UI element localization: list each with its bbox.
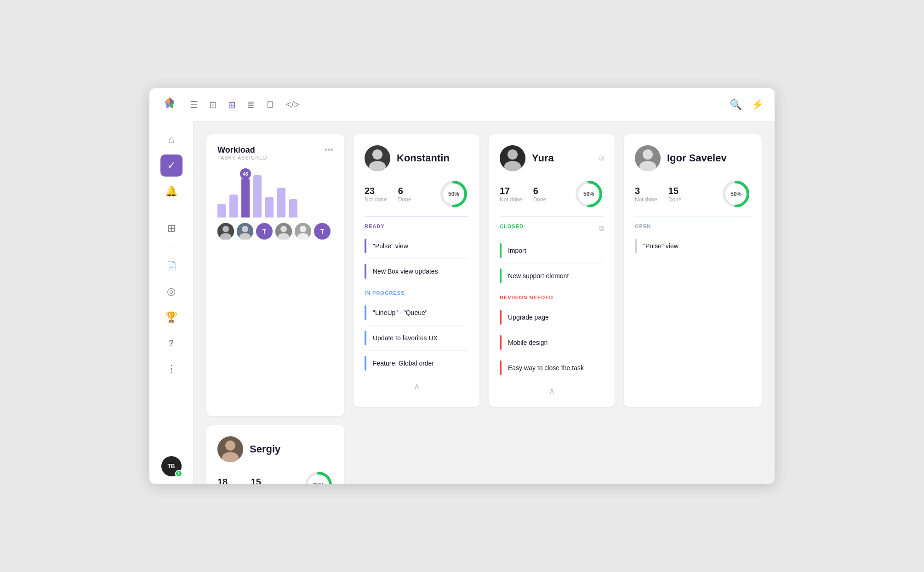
sidebar: ⌂ ✓ 🔔 ⊞ 📄 ◎ 🏆 ? ⋮ TB 2: [149, 121, 194, 484]
konstantin-progress-label: 50%: [448, 191, 459, 197]
app-logo: [160, 96, 179, 114]
workload-av-5: [295, 223, 311, 240]
yura-progress-label: 50%: [583, 191, 594, 197]
yura-closed-tasks: Import New support element: [500, 238, 604, 288]
task-label: "Pulse" view: [643, 242, 679, 250]
bar-badge-43: 43: [240, 168, 251, 179]
yura-collapse-btn[interactable]: ∧: [500, 386, 604, 396]
main-content: Workload TASKS ASSIGNED •••: [194, 121, 775, 484]
konstantin-in-progress-tag: IN PROGRESS: [365, 290, 468, 296]
search-icon[interactable]: 🔍: [730, 99, 742, 111]
task-bar: [635, 239, 637, 253]
workload-more-icon[interactable]: •••: [325, 145, 333, 155]
task-bar: [365, 331, 366, 345]
igor-done: 15: [668, 186, 682, 196]
sidebar-item-doc[interactable]: 📄: [160, 255, 183, 277]
task-label: Update to favorites UX: [373, 334, 438, 342]
yura-not-done-label: Not done: [500, 196, 522, 203]
igor-open-tasks: "Pulse" view: [635, 234, 751, 258]
yura-not-done: 17: [500, 186, 522, 196]
konstantin-not-done-label: Not done: [365, 196, 387, 203]
konstantin-done-label: Done: [398, 196, 411, 203]
task-bar: [500, 243, 502, 258]
sergiy-progress: 25%: [304, 470, 333, 484]
task-item: New Box view updates: [365, 259, 468, 284]
task-item: Mobile design: [500, 330, 604, 355]
sergiy-progress-label: 25%: [313, 482, 324, 484]
konstantin-card: Konstantin 23 Not done 6 Done: [354, 134, 479, 407]
svg-point-6: [222, 226, 229, 232]
bar-7: [289, 199, 297, 217]
svg-point-28: [643, 149, 653, 160]
task-label: Feature: Global order: [373, 360, 434, 367]
sidebar-item-help[interactable]: ?: [160, 332, 183, 354]
bar-5: [265, 197, 274, 217]
sidebar-item-trophy[interactable]: 🏆: [160, 306, 183, 328]
sidebar-item-radio[interactable]: ◎: [160, 280, 183, 303]
konstantin-name: Konstantin: [397, 152, 450, 164]
yura-revision-tasks: Upgrade page Mobile design Easy way to c…: [500, 305, 604, 380]
yura-copy-icon2[interactable]: ⧉: [599, 224, 604, 233]
konstantin-in-progress-tasks: "LineUp" - "Queue" Update to favorites U…: [365, 300, 468, 376]
grid-icon[interactable]: ⊞: [228, 99, 236, 110]
board-icon[interactable]: ⊡: [209, 99, 217, 110]
yura-done-label: Done: [533, 196, 547, 203]
sidebar-divider-2: [162, 247, 181, 247]
sidebar-item-notifications[interactable]: 🔔: [160, 180, 183, 202]
task-bar: [500, 360, 502, 375]
yura-card: Yura ⧉ 17 Not done 6 Done: [489, 134, 615, 407]
task-item: "Pulse" view: [635, 234, 751, 258]
task-label: Easy way to close the task: [508, 364, 584, 372]
tasks-icon[interactable]: ≣: [247, 99, 255, 110]
task-label: Upgrade page: [508, 314, 549, 321]
sergiy-name: Sergiy: [250, 443, 280, 455]
igor-name: Igor Savelev: [667, 152, 727, 164]
top-bar: ☰ ⊡ ⊞ ≣ 🗒 </> 🔍 ⚡: [149, 88, 775, 121]
avatar-badge: 2: [175, 470, 183, 477]
yura-copy-icon[interactable]: ⧉: [599, 154, 604, 162]
igor-done-label: Done: [668, 196, 682, 203]
list-icon[interactable]: ☰: [190, 99, 198, 110]
doc-icon[interactable]: 🗒: [266, 99, 275, 110]
bar-1: [217, 204, 226, 217]
yura-closed-tag: CLOSED: [500, 223, 524, 229]
konstantin-collapse-btn[interactable]: ∧: [365, 381, 468, 391]
task-label: "LineUp" - "Queue": [373, 309, 428, 316]
workload-title: Workload: [217, 145, 268, 155]
task-item: "Pulse" view: [365, 234, 468, 259]
task-bar: [365, 264, 366, 279]
user-avatar[interactable]: TB 2: [161, 456, 182, 476]
sergiy-avatar: [217, 436, 243, 462]
sergiy-done: 15: [251, 477, 264, 484]
sidebar-item-more[interactable]: ⋮: [160, 358, 183, 380]
task-bar: [500, 269, 502, 283]
bar-3: [241, 178, 250, 217]
svg-point-18: [372, 149, 382, 160]
task-item: New support element: [500, 263, 604, 288]
konstantin-ready-tasks: "Pulse" view New Box view updates: [365, 234, 468, 284]
svg-point-23: [508, 149, 518, 160]
yura-avatar: [500, 145, 525, 171]
task-item: Feature: Global order: [365, 351, 468, 376]
bolt-icon[interactable]: ⚡: [751, 99, 764, 111]
task-bar: [365, 305, 366, 320]
workload-av-3: T: [256, 223, 273, 240]
sidebar-item-tasks[interactable]: ✓: [160, 154, 183, 177]
sergiy-not-done: 18: [217, 477, 240, 484]
bar-4: [253, 175, 262, 217]
sidebar-item-home[interactable]: ⌂: [160, 129, 183, 151]
task-item: Upgrade page: [500, 305, 604, 330]
workload-card: Workload TASKS ASSIGNED •••: [206, 134, 344, 416]
sidebar-item-apps[interactable]: ⊞: [160, 217, 183, 240]
task-item: Import: [500, 238, 604, 263]
task-label: New support element: [508, 272, 569, 280]
svg-point-15: [300, 226, 306, 232]
workload-av-1: [217, 223, 234, 240]
workload-chart: 43: [217, 172, 333, 217]
igor-progress: 50%: [721, 179, 751, 209]
task-label: New Box view updates: [373, 268, 438, 275]
sidebar-divider-1: [162, 210, 181, 210]
code-icon[interactable]: </>: [286, 99, 299, 110]
task-bar: [500, 310, 502, 325]
konstantin-in-progress-section: IN PROGRESS "LineUp" - "Queue" Update to…: [365, 290, 468, 376]
